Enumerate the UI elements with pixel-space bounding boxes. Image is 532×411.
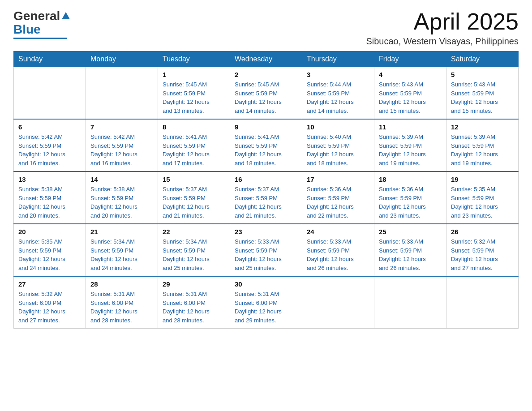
weekday-header-wednesday: Wednesday <box>230 51 302 67</box>
calendar-cell: 5Sunrise: 5:43 AM Sunset: 5:59 PM Daylig… <box>446 67 519 120</box>
day-info: Sunrise: 5:45 AM Sunset: 5:59 PM Dayligh… <box>235 80 297 115</box>
day-number: 1 <box>163 71 225 78</box>
day-number: 12 <box>451 123 514 131</box>
day-info: Sunrise: 5:37 AM Sunset: 5:59 PM Dayligh… <box>163 185 225 220</box>
day-number: 2 <box>235 71 297 78</box>
day-info: Sunrise: 5:42 AM Sunset: 5:59 PM Dayligh… <box>18 133 81 167</box>
calendar-cell: 19Sunrise: 5:35 AM Sunset: 5:59 PM Dayli… <box>446 171 519 224</box>
day-info: Sunrise: 5:32 AM Sunset: 6:00 PM Dayligh… <box>18 290 81 325</box>
day-number: 5 <box>451 71 514 78</box>
day-info: Sunrise: 5:43 AM Sunset: 5:59 PM Dayligh… <box>451 80 514 115</box>
calendar-cell: 23Sunrise: 5:33 AM Sunset: 5:59 PM Dayli… <box>230 224 302 276</box>
calendar-cell <box>14 67 86 120</box>
calendar-cell: 29Sunrise: 5:31 AM Sunset: 6:00 PM Dayli… <box>158 276 230 329</box>
day-number: 22 <box>163 228 225 235</box>
calendar-cell: 26Sunrise: 5:32 AM Sunset: 5:59 PM Dayli… <box>446 224 519 276</box>
day-number: 19 <box>451 176 514 183</box>
calendar-cell: 25Sunrise: 5:33 AM Sunset: 5:59 PM Dayli… <box>374 224 446 276</box>
logo-blue-text: Blue <box>13 22 41 37</box>
header-right: April 2025 Sibucao, Western Visayas, Phi… <box>366 9 519 47</box>
day-number: 4 <box>379 71 442 78</box>
day-info: Sunrise: 5:33 AM Sunset: 5:59 PM Dayligh… <box>307 237 369 272</box>
calendar-cell: 28Sunrise: 5:31 AM Sunset: 6:00 PM Dayli… <box>86 276 158 329</box>
day-info: Sunrise: 5:41 AM Sunset: 5:59 PM Dayligh… <box>163 133 225 167</box>
day-info: Sunrise: 5:34 AM Sunset: 5:59 PM Dayligh… <box>163 237 225 272</box>
calendar-cell: 21Sunrise: 5:34 AM Sunset: 5:59 PM Dayli… <box>86 224 158 276</box>
calendar-cell <box>374 276 446 329</box>
calendar-cell: 12Sunrise: 5:39 AM Sunset: 5:59 PM Dayli… <box>446 119 519 171</box>
day-number: 30 <box>235 280 297 288</box>
calendar-cell: 16Sunrise: 5:37 AM Sunset: 5:59 PM Dayli… <box>230 171 302 224</box>
calendar-cell: 7Sunrise: 5:42 AM Sunset: 5:59 PM Daylig… <box>86 119 158 171</box>
month-year-title: April 2025 <box>366 9 519 34</box>
day-info: Sunrise: 5:31 AM Sunset: 6:00 PM Dayligh… <box>235 290 297 325</box>
calendar-week-row: 27Sunrise: 5:32 AM Sunset: 6:00 PM Dayli… <box>14 276 519 329</box>
day-info: Sunrise: 5:32 AM Sunset: 5:59 PM Dayligh… <box>451 237 514 272</box>
weekday-header-sunday: Sunday <box>14 51 86 67</box>
calendar-cell: 18Sunrise: 5:36 AM Sunset: 5:59 PM Dayli… <box>374 171 446 224</box>
day-number: 11 <box>379 123 442 131</box>
day-number: 18 <box>379 176 442 183</box>
page-header: General Blue April 2025 Sibucao, Western… <box>13 9 519 47</box>
day-info: Sunrise: 5:45 AM Sunset: 5:59 PM Dayligh… <box>163 80 225 115</box>
calendar-cell: 15Sunrise: 5:37 AM Sunset: 5:59 PM Dayli… <box>158 171 230 224</box>
day-info: Sunrise: 5:35 AM Sunset: 5:59 PM Dayligh… <box>18 237 81 272</box>
weekday-header-saturday: Saturday <box>446 51 519 67</box>
calendar-cell: 8Sunrise: 5:41 AM Sunset: 5:59 PM Daylig… <box>158 119 230 171</box>
calendar-cell: 24Sunrise: 5:33 AM Sunset: 5:59 PM Dayli… <box>302 224 374 276</box>
calendar-week-row: 1Sunrise: 5:45 AM Sunset: 5:59 PM Daylig… <box>14 67 519 120</box>
day-info: Sunrise: 5:33 AM Sunset: 5:59 PM Dayligh… <box>235 237 297 272</box>
day-info: Sunrise: 5:36 AM Sunset: 5:59 PM Dayligh… <box>307 185 369 220</box>
calendar-cell: 22Sunrise: 5:34 AM Sunset: 5:59 PM Dayli… <box>158 224 230 276</box>
calendar-cell: 13Sunrise: 5:38 AM Sunset: 5:59 PM Dayli… <box>14 171 86 224</box>
day-number: 10 <box>307 123 369 131</box>
day-info: Sunrise: 5:39 AM Sunset: 5:59 PM Dayligh… <box>379 133 442 167</box>
day-number: 28 <box>90 280 153 288</box>
logo-general-text: General <box>13 9 60 23</box>
day-info: Sunrise: 5:34 AM Sunset: 5:59 PM Dayligh… <box>90 237 153 272</box>
calendar-cell: 10Sunrise: 5:40 AM Sunset: 5:59 PM Dayli… <box>302 119 374 171</box>
day-info: Sunrise: 5:39 AM Sunset: 5:59 PM Dayligh… <box>451 133 514 167</box>
day-number: 13 <box>18 176 81 183</box>
weekday-header-thursday: Thursday <box>302 51 374 67</box>
calendar-cell: 3Sunrise: 5:44 AM Sunset: 5:59 PM Daylig… <box>302 67 374 120</box>
calendar-cell: 20Sunrise: 5:35 AM Sunset: 5:59 PM Dayli… <box>14 224 86 276</box>
calendar-cell: 11Sunrise: 5:39 AM Sunset: 5:59 PM Dayli… <box>374 119 446 171</box>
day-info: Sunrise: 5:38 AM Sunset: 5:59 PM Dayligh… <box>18 185 81 220</box>
day-info: Sunrise: 5:33 AM Sunset: 5:59 PM Dayligh… <box>379 237 442 272</box>
svg-marker-0 <box>62 12 70 19</box>
day-info: Sunrise: 5:37 AM Sunset: 5:59 PM Dayligh… <box>235 185 297 220</box>
day-number: 3 <box>307 71 369 78</box>
calendar-cell: 30Sunrise: 5:31 AM Sunset: 6:00 PM Dayli… <box>230 276 302 329</box>
calendar-cell <box>446 276 519 329</box>
calendar-cell <box>86 67 158 120</box>
calendar-cell: 1Sunrise: 5:45 AM Sunset: 5:59 PM Daylig… <box>158 67 230 120</box>
day-info: Sunrise: 5:38 AM Sunset: 5:59 PM Dayligh… <box>90 185 153 220</box>
calendar-week-row: 20Sunrise: 5:35 AM Sunset: 5:59 PM Dayli… <box>14 224 519 276</box>
day-info: Sunrise: 5:43 AM Sunset: 5:59 PM Dayligh… <box>379 80 442 115</box>
day-info: Sunrise: 5:36 AM Sunset: 5:59 PM Dayligh… <box>379 185 442 220</box>
day-info: Sunrise: 5:31 AM Sunset: 6:00 PM Dayligh… <box>163 290 225 325</box>
day-info: Sunrise: 5:31 AM Sunset: 6:00 PM Dayligh… <box>90 290 153 325</box>
weekday-header-tuesday: Tuesday <box>158 51 230 67</box>
day-number: 14 <box>90 176 153 183</box>
day-number: 27 <box>18 280 81 288</box>
calendar-cell: 17Sunrise: 5:36 AM Sunset: 5:59 PM Dayli… <box>302 171 374 224</box>
calendar-cell <box>302 276 374 329</box>
day-number: 15 <box>163 176 225 183</box>
logo-underline <box>13 38 67 39</box>
day-number: 20 <box>18 228 81 235</box>
day-info: Sunrise: 5:42 AM Sunset: 5:59 PM Dayligh… <box>90 133 153 167</box>
day-number: 29 <box>163 280 225 288</box>
day-number: 26 <box>451 228 514 235</box>
day-number: 9 <box>235 123 297 131</box>
calendar-table: SundayMondayTuesdayWednesdayThursdayFrid… <box>13 51 519 329</box>
weekday-header-monday: Monday <box>86 51 158 67</box>
calendar-cell: 27Sunrise: 5:32 AM Sunset: 6:00 PM Dayli… <box>14 276 86 329</box>
calendar-week-row: 13Sunrise: 5:38 AM Sunset: 5:59 PM Dayli… <box>14 171 519 224</box>
calendar-cell: 9Sunrise: 5:41 AM Sunset: 5:59 PM Daylig… <box>230 119 302 171</box>
logo-triangle-icon <box>61 11 71 21</box>
weekday-header-row: SundayMondayTuesdayWednesdayThursdayFrid… <box>14 51 519 67</box>
day-number: 25 <box>379 228 442 235</box>
day-number: 17 <box>307 176 369 183</box>
